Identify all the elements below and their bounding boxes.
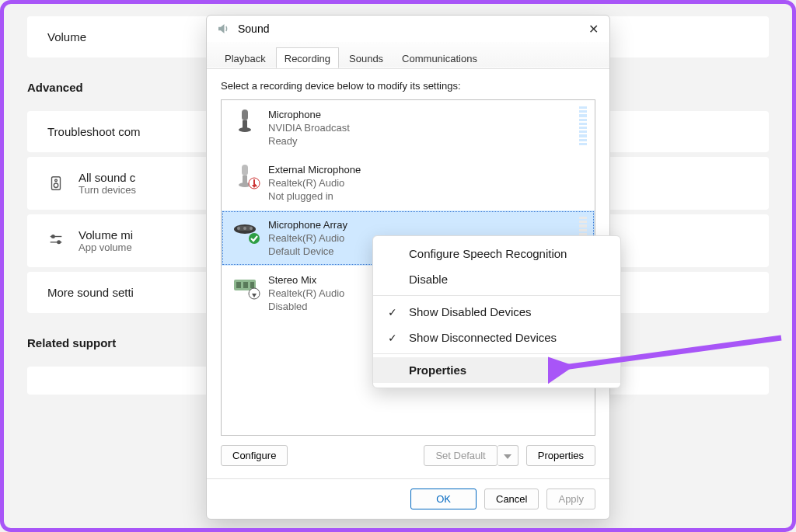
menu-configure-speech[interactable]: Configure Speech Recognition	[373, 241, 620, 266]
menu-label: Configure Speech Recognition	[409, 247, 567, 260]
set-default-button[interactable]: Set Default	[424, 445, 497, 466]
svg-rect-8	[243, 120, 247, 128]
svg-point-9	[239, 127, 251, 132]
sound-app-icon	[216, 22, 230, 36]
tab-strip: Playback Recording Sounds Communications	[207, 42, 609, 69]
microphone-array-icon	[231, 218, 259, 243]
speaker-icon	[47, 175, 65, 192]
svg-point-18	[243, 227, 246, 230]
tab-sounds[interactable]: Sounds	[340, 47, 392, 68]
check-icon: ✓	[386, 306, 400, 318]
svg-rect-10	[242, 165, 248, 176]
microphone-icon	[231, 163, 259, 188]
set-default-dropdown[interactable]	[498, 445, 518, 466]
menu-show-disconnected[interactable]: ✓Show Disconnected Devices	[373, 325, 620, 350]
troubleshoot-label: Troubleshoot com	[47, 125, 141, 138]
svg-rect-11	[243, 176, 247, 183]
device-name: External Microphone	[268, 163, 361, 176]
menu-label: Properties	[409, 363, 466, 377]
volume-label: Volume	[47, 30, 86, 43]
instruction-text: Select a recording device below to modif…	[221, 77, 595, 99]
device-status: Not plugged in	[268, 190, 361, 203]
menu-label: Show Disconnected Devices	[409, 331, 557, 344]
tab-playback[interactable]: Playback	[216, 47, 274, 68]
menu-label: Show Disabled Devices	[409, 305, 532, 318]
more-sound-label: More sound setti	[47, 286, 134, 299]
svg-rect-7	[242, 110, 248, 120]
svg-point-6	[58, 241, 61, 244]
menu-properties[interactable]: Properties	[373, 357, 620, 383]
configure-button[interactable]: Configure	[221, 445, 288, 466]
stereo-mix-icon	[231, 273, 259, 298]
properties-button[interactable]: Properties	[526, 445, 595, 466]
svg-rect-22	[236, 282, 241, 288]
menu-separator	[373, 353, 620, 354]
close-button[interactable]: ✕	[586, 22, 600, 36]
volume-mixer-sub: App volume	[79, 242, 133, 253]
device-name: Microphone Array	[268, 218, 347, 231]
volume-mixer-title: Volume mi	[79, 228, 133, 242]
device-driver: NVIDIA Broadcast	[268, 121, 350, 134]
all-sound-sub: Turn devices	[79, 184, 136, 196]
menu-separator	[373, 295, 620, 296]
apply-button[interactable]: Apply	[546, 489, 595, 509]
all-sound-title: All sound c	[79, 171, 136, 184]
disabled-overlay-icon	[248, 287, 260, 300]
mixer-icon	[47, 232, 65, 249]
menu-disable[interactable]: Disable	[373, 266, 620, 292]
device-driver: Realtek(R) Audio	[268, 287, 344, 300]
svg-point-1	[55, 179, 58, 182]
context-menu: Configure Speech Recognition Disable ✓Sh…	[372, 235, 621, 388]
tab-recording[interactable]: Recording	[276, 47, 339, 68]
svg-point-2	[54, 183, 58, 188]
default-check-icon	[248, 232, 260, 245]
svg-point-19	[250, 227, 253, 230]
microphone-icon	[231, 108, 259, 133]
svg-point-17	[237, 227, 240, 230]
menu-show-disabled[interactable]: ✓Show Disabled Devices	[373, 299, 620, 325]
device-status: Disabled	[268, 300, 344, 313]
svg-point-4	[52, 235, 55, 238]
device-name: Stereo Mix	[268, 273, 344, 287]
device-item[interactable]: Microphone NVIDIA Broadcast Ready	[222, 100, 595, 155]
titlebar: Sound ✕	[207, 16, 609, 42]
device-name: Microphone	[268, 108, 350, 121]
device-driver: Realtek(R) Audio	[268, 231, 347, 245]
check-icon: ✓	[386, 332, 400, 344]
device-status: Default Device	[268, 245, 347, 258]
set-default-split[interactable]: Set Default	[424, 445, 518, 466]
ok-button[interactable]: OK	[410, 489, 477, 509]
device-buttons: Configure Set Default Properties	[221, 436, 595, 471]
device-driver: Realtek(R) Audio	[268, 176, 361, 190]
tab-communications[interactable]: Communications	[393, 47, 486, 68]
cancel-button[interactable]: Cancel	[484, 489, 539, 509]
device-item[interactable]: External Microphone Realtek(R) Audio Not…	[222, 155, 595, 210]
level-meter	[579, 106, 587, 145]
menu-label: Disable	[409, 273, 448, 286]
device-status: Ready	[268, 134, 350, 148]
dialog-title: Sound	[238, 23, 578, 35]
chevron-down-icon	[504, 454, 511, 459]
svg-point-20	[249, 233, 260, 244]
dialog-footer: OK Cancel Apply	[207, 478, 609, 519]
unplugged-overlay-icon	[248, 177, 260, 190]
